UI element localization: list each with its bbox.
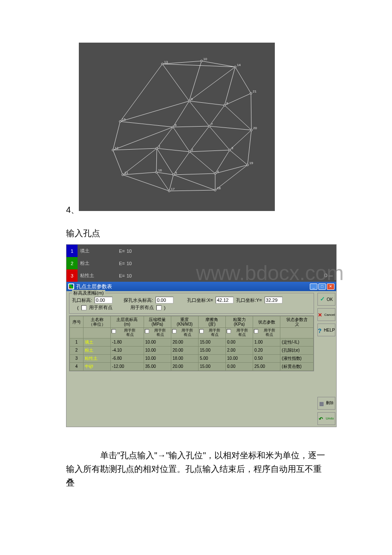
table-row[interactable]: 1填土-1.8010.0020.0015.000.001.00(定性/-IL) — [70, 338, 314, 346]
table-cell[interactable]: (定性/-IL) — [280, 338, 314, 346]
undo-button[interactable]: Undo — [317, 412, 335, 425]
table-cell[interactable]: 20.00 — [171, 338, 198, 346]
table-cell[interactable]: 15.00 — [198, 346, 225, 354]
elevation-fieldset: 标高及图幅(m) 孔口标高: 探孔水头标高: 孔口坐标:X= 孔口坐标:Y= — [69, 293, 314, 314]
table-cell[interactable]: 粘性土 — [84, 354, 111, 362]
delete-button[interactable]: 删除 — [317, 397, 335, 410]
table-cell[interactable]: 10.00 — [144, 354, 171, 362]
apply-all-col-checkbox[interactable] — [145, 329, 149, 333]
elev-input[interactable] — [95, 297, 112, 304]
sub-header — [280, 328, 314, 338]
svg-point-58 — [173, 174, 174, 176]
explanation-text: 单击"孔点输入"→"输入孔位"，以相对坐标和米为单位，逐一输入所有勘测孔点的相对… — [66, 448, 326, 489]
sub-header: 用于所有点 — [253, 328, 280, 338]
apply-all-right-checkbox[interactable] — [156, 305, 161, 310]
table-cell[interactable]: 中砂 — [84, 362, 111, 370]
delete-icon — [319, 401, 325, 406]
legend-idx-3[interactable]: 3 — [66, 269, 78, 282]
table-cell[interactable]: 0.00 — [226, 362, 253, 370]
svg-line-42 — [215, 165, 248, 173]
help-button[interactable]: HELP — [317, 324, 335, 336]
svg-line-3 — [162, 64, 189, 101]
table-cell[interactable]: 15.00 — [198, 338, 225, 346]
table-cell[interactable]: 5.00 — [198, 354, 225, 362]
svg-point-84 — [214, 189, 216, 191]
table-row[interactable]: 2粉土-4.1010.0020.0015.002.000.20(孔隙比e) — [70, 346, 314, 354]
table-cell[interactable]: 0.50 — [253, 354, 280, 362]
close-button[interactable]: ✕ — [327, 283, 334, 290]
legend-name-1: 填土 — [78, 248, 107, 254]
help-icon — [318, 327, 323, 332]
table-cell[interactable]: 20.00 — [171, 362, 198, 370]
svg-line-28 — [209, 126, 230, 150]
apply-all-left-checkbox[interactable] — [81, 305, 86, 310]
blank-area — [69, 371, 314, 422]
app-window: 1 填土 E= 10 2 粉土 E= 10 3 粘性土 E= 10 O — 孔点… — [66, 244, 337, 427]
table-cell[interactable]: (标贯击数) — [280, 362, 314, 370]
table-row[interactable]: 4中砂-12.0035.0020.0015.000.0025.00(标贯击数) — [70, 362, 314, 370]
table-cell[interactable]: 35.00 — [144, 362, 171, 370]
svg-line-21 — [113, 127, 173, 150]
apply-all-col-checkbox[interactable] — [172, 329, 176, 333]
table-cell[interactable]: 粉土 — [84, 346, 111, 354]
apply-all-col-checkbox[interactable] — [112, 329, 116, 333]
apply-all-col-checkbox[interactable] — [199, 329, 204, 333]
svg-line-32 — [113, 150, 123, 175]
svg-text:16: 16 — [158, 168, 162, 172]
ok-button[interactable]: OK — [317, 293, 335, 306]
table-cell[interactable]: 1.00 — [253, 338, 280, 346]
titlebar[interactable]: 孔点土层参数表 _ □ ✕ — [66, 282, 336, 291]
cancel-button[interactable]: Cancel — [317, 308, 335, 321]
svg-point-68 — [201, 60, 202, 62]
table-cell[interactable]: 20.00 — [171, 346, 198, 354]
svg-point-88 — [251, 129, 252, 131]
svg-line-31 — [230, 150, 248, 165]
table-cell[interactable]: 2.00 — [226, 346, 253, 354]
legend-e-2: E= — [107, 261, 127, 266]
svg-text:2: 2 — [191, 148, 193, 152]
apply-all-col-checkbox[interactable] — [227, 329, 231, 333]
svg-text:3: 3 — [231, 146, 233, 150]
table-cell[interactable]: (液性指数) — [280, 354, 314, 362]
legend-val-1: 10 — [127, 249, 144, 254]
legend-idx-2[interactable]: 2 — [66, 257, 78, 269]
table-cell[interactable]: 1 — [70, 338, 84, 346]
undo-icon — [319, 416, 325, 421]
table-cell[interactable]: -4.10 — [111, 346, 144, 354]
button-panel: OK Cancel HELP 删除 Undo — [317, 291, 336, 427]
table-cell[interactable]: 10.00 — [144, 346, 171, 354]
water-input[interactable] — [156, 297, 173, 304]
svg-line-25 — [173, 127, 190, 152]
svg-line-7 — [189, 101, 225, 105]
table-cell[interactable]: -6.80 — [111, 354, 144, 362]
table-cell[interactable]: (孔隙比e) — [280, 346, 314, 354]
svg-line-36 — [156, 172, 173, 175]
sub-header: 用于所有点 — [226, 328, 253, 338]
table-cell[interactable]: 15.00 — [198, 362, 225, 370]
table-cell[interactable]: 10.00 — [226, 354, 253, 362]
table-cell[interactable]: -1.80 — [111, 338, 144, 346]
table-cell[interactable]: 25.00 — [253, 362, 280, 370]
maximize-button[interactable]: □ — [318, 283, 326, 290]
svg-line-20 — [113, 121, 120, 150]
table-cell[interactable]: 3 — [70, 354, 84, 362]
legend-idx-1[interactable]: 1 — [66, 245, 78, 257]
table-cell[interactable]: 填土 — [84, 338, 111, 346]
legend-name-2: 粉土 — [78, 260, 107, 266]
col-header: 状态参数 — [253, 316, 280, 328]
table-cell[interactable]: 18.00 — [171, 354, 198, 362]
coord-y-input[interactable] — [265, 297, 282, 304]
svg-point-62 — [208, 125, 210, 127]
table-cell[interactable]: 10.00 — [144, 338, 171, 346]
table-cell[interactable]: 4 — [70, 362, 84, 370]
table-cell[interactable]: -12.00 — [111, 362, 144, 370]
table-cell[interactable]: 0.20 — [253, 346, 280, 354]
svg-text:10: 10 — [203, 57, 207, 61]
table-cell[interactable]: 0.00 — [226, 338, 253, 346]
table-row[interactable]: 3粘性土-6.8010.0018.005.0010.000.50(液性指数) — [70, 354, 314, 362]
apply-all-col-checkbox[interactable] — [254, 329, 258, 333]
coord-x-input[interactable] — [216, 297, 233, 304]
minimize-button[interactable]: _ — [310, 283, 317, 290]
table-cell[interactable]: 2 — [70, 346, 84, 354]
mesh-plot: 123456789101112131415161718192021 — [79, 43, 275, 211]
